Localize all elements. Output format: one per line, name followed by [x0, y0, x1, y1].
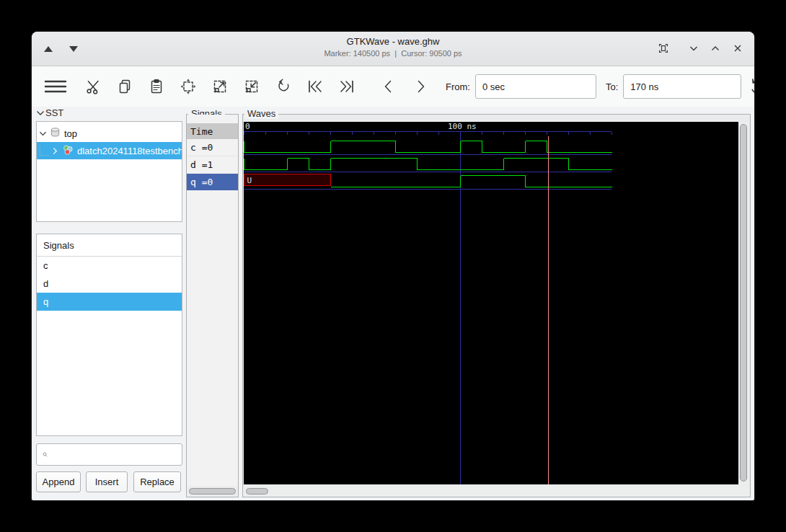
append-button[interactable]: Append — [36, 471, 81, 492]
signal-label: q — [43, 296, 48, 307]
pan-right-button[interactable] — [410, 74, 431, 99]
wave-value: =0 — [202, 177, 213, 187]
architecture-icon — [62, 144, 74, 158]
chevron-up-icon — [710, 43, 721, 54]
skip-to-end-button[interactable] — [336, 74, 358, 99]
signals-list-header: Signals — [37, 234, 182, 257]
tree-item-dlatch[interactable]: dlatch20241118testbench — [37, 142, 182, 159]
signal-label: c — [43, 260, 48, 271]
svg-text:0: 0 — [245, 122, 250, 131]
replace-label: Replace — [140, 476, 175, 487]
chevron-left-icon — [380, 78, 397, 95]
copy-icon — [116, 78, 133, 95]
zoom-fit-button[interactable] — [177, 74, 199, 99]
skip-to-start-button[interactable] — [304, 74, 326, 99]
skip-to-end-icon — [337, 78, 356, 95]
waves-frame-label: Waves — [244, 108, 278, 119]
chevron-right-icon — [412, 78, 429, 95]
fullscreen-button[interactable] — [656, 41, 671, 56]
wave-name: q — [190, 177, 196, 187]
wave-value: =0 — [202, 142, 213, 153]
scrollbar-thumb[interactable] — [246, 488, 268, 495]
to-label: To: — [606, 81, 618, 92]
wave-value: =1 — [202, 159, 213, 170]
search-input[interactable] — [52, 448, 182, 461]
titlebar[interactable]: GTKWave - wave.ghw Marker: 140500 ps | C… — [32, 32, 754, 66]
chevron-down-icon — [688, 43, 699, 54]
svg-text:U: U — [247, 176, 252, 185]
signal-search-box — [36, 443, 182, 466]
fullscreen-icon — [657, 42, 670, 55]
undo-button[interactable] — [273, 74, 294, 99]
waves-frame: Waves 0100 nsU — [242, 114, 751, 497]
cut-button[interactable] — [82, 74, 104, 99]
menu-icon — [44, 78, 67, 95]
copy-button[interactable] — [114, 74, 136, 99]
module-icon — [50, 127, 61, 140]
signal-list-item-c[interactable]: c — [37, 257, 182, 275]
sst-expander-icon[interactable] — [36, 110, 45, 117]
replace-button[interactable]: Replace — [133, 471, 181, 492]
zoom-fit-icon — [180, 78, 197, 95]
tree-item-label: top — [64, 128, 77, 139]
expander-open-icon[interactable] — [37, 130, 48, 137]
window-title: GTKWave - wave.ghw — [32, 36, 754, 47]
scrollbar-thumb[interactable] — [189, 488, 236, 495]
zoom-in-icon — [211, 78, 229, 95]
wave-canvas[interactable]: 0100 nsU — [244, 122, 739, 484]
pan-left-button[interactable] — [378, 74, 399, 99]
scrollbar-thumb[interactable] — [740, 124, 747, 482]
skip-to-start-icon — [306, 78, 324, 95]
append-label: Append — [43, 476, 75, 487]
minimize-button[interactable] — [686, 41, 701, 56]
wave-name: c — [190, 142, 196, 153]
insert-label: Insert — [95, 476, 119, 487]
cut-icon — [84, 78, 102, 95]
wave-names-hscrollbar[interactable] — [187, 486, 238, 497]
reload-button[interactable] — [747, 74, 754, 99]
sst-tree: top dlatch20241118testbench — [36, 121, 182, 222]
tree-item-label: dlatch20241118testbench — [77, 146, 182, 156]
wave-name-row-q[interactable]: q =0 — [187, 174, 238, 190]
signal-label: d — [43, 278, 48, 289]
gtkwave-window: GTKWave - wave.ghw Marker: 140500 ps | C… — [32, 32, 754, 500]
time-header[interactable]: Time — [187, 123, 238, 139]
wave-name: d — [190, 159, 196, 170]
paste-icon — [148, 78, 165, 95]
to-input[interactable] — [623, 74, 741, 99]
wave-name-row-c[interactable]: c =0 — [187, 139, 238, 156]
close-icon — [732, 43, 743, 54]
undo-icon — [275, 78, 292, 95]
signal-list-item-q[interactable]: q — [37, 293, 182, 311]
wave-names-body: Time c =0 d =1 q =0 — [187, 115, 238, 486]
zoom-in-button[interactable] — [209, 74, 231, 99]
zoom-out-icon — [243, 78, 260, 95]
maximize-button[interactable] — [708, 41, 723, 56]
toolbar: From: To: — [32, 66, 754, 107]
expander-closed-icon[interactable] — [49, 147, 61, 155]
waveform-plot: 0100 nsU — [244, 122, 739, 484]
signal-list-item-d[interactable]: d — [37, 275, 182, 293]
signals-list-panel: Signals c d q — [36, 234, 182, 436]
svg-text:100 ns: 100 ns — [448, 122, 477, 131]
waves-vscrollbar[interactable] — [738, 122, 749, 484]
waves-hscrollbar[interactable] — [243, 486, 750, 497]
wave-names-frame: Signals Time c =0 d =1 q =0 — [186, 114, 239, 497]
zoom-out-button[interactable] — [241, 74, 262, 99]
from-input[interactable] — [475, 74, 596, 99]
marker-cursor-status: Marker: 140500 ps | Cursor: 90500 ps — [32, 49, 754, 58]
close-button[interactable] — [730, 41, 745, 56]
sst-header-label: SST — [45, 107, 63, 118]
search-icon — [43, 449, 48, 460]
tree-guide-line — [40, 146, 49, 156]
wave-name-row-d[interactable]: d =1 — [187, 156, 238, 174]
from-label: From: — [446, 81, 470, 92]
paste-button[interactable] — [146, 74, 167, 99]
insert-button[interactable]: Insert — [86, 471, 128, 492]
tree-item-top[interactable]: top — [37, 125, 182, 142]
menu-button[interactable] — [39, 74, 72, 99]
reload-icon — [748, 76, 754, 97]
